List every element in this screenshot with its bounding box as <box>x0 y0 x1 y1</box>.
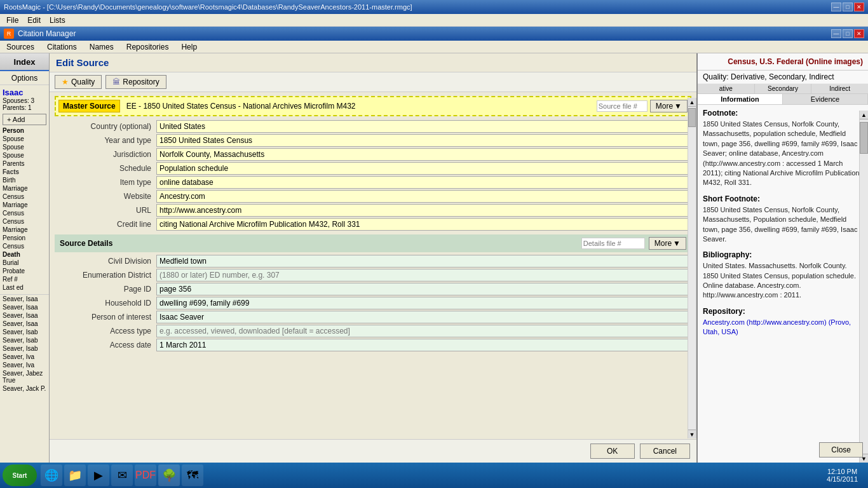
year-type-input[interactable] <box>156 134 691 147</box>
form-scrollbar[interactable]: ▲ ▼ <box>688 98 696 438</box>
jurisdiction-input[interactable] <box>156 148 691 161</box>
access-date-label: Access date <box>55 341 156 349</box>
ok-button[interactable]: OK <box>590 444 635 459</box>
taskbar-folder-icon[interactable]: 📁 <box>64 464 86 486</box>
name-item-7[interactable]: Seaver, Iva <box>0 353 49 361</box>
close-right-panel-btn[interactable]: Close <box>819 442 863 458</box>
maximize-btn[interactable]: □ <box>843 3 853 11</box>
master-more-btn[interactable]: More ▼ <box>650 100 688 112</box>
parents-count: Parents: 1 <box>3 104 46 111</box>
page-id-input[interactable] <box>156 283 691 295</box>
repository-section: Repository: Ancestry.com (http://www.anc… <box>703 307 863 337</box>
tab-secondary[interactable]: Secondary <box>755 84 812 93</box>
person-interest-label: Person of interest <box>55 313 156 322</box>
name-item-5[interactable]: Seaver, Isab <box>0 336 49 344</box>
name-item-6[interactable]: Seaver, Isab <box>0 344 49 353</box>
edit-source-header: Edit Source <box>50 53 696 72</box>
country-input[interactable] <box>156 120 691 133</box>
household-id-input[interactable] <box>156 297 691 309</box>
tab-evidence[interactable]: Evidence <box>783 94 868 104</box>
tab-derivative[interactable]: ative <box>698 84 755 93</box>
website-input[interactable] <box>156 190 691 203</box>
repository-button[interactable]: 🏛 Repository <box>105 75 166 89</box>
section-probate: Probate <box>0 267 49 275</box>
quality-btn-label: Quality <box>71 78 95 86</box>
access-type-input[interactable] <box>156 325 691 337</box>
name-item-9[interactable]: Seaver, Jabez True <box>0 369 49 384</box>
tab-information[interactable]: Information <box>698 94 783 104</box>
citation-manager-titlebar: R Citation Manager — □ ✕ <box>0 27 868 41</box>
options-tab[interactable]: Options <box>0 71 49 85</box>
form-scroll-thumb[interactable] <box>688 108 696 127</box>
right-scrollbar[interactable]: ▲ ▼ <box>859 111 868 463</box>
url-input[interactable] <box>156 204 691 217</box>
cm-minimize[interactable]: — <box>831 29 841 38</box>
cm-close[interactable]: ✕ <box>854 29 864 38</box>
quality-button[interactable]: ★ Quality <box>55 75 102 89</box>
enumeration-input[interactable] <box>156 269 691 281</box>
edit-source-toolbar: ★ Quality 🏛 Repository <box>50 72 696 92</box>
access-type-label: Access type <box>55 327 156 336</box>
item-type-input[interactable] <box>156 176 691 189</box>
taskbar-map-icon[interactable]: 🗺 <box>182 464 203 486</box>
schedule-input[interactable] <box>156 162 691 175</box>
name-item-8[interactable]: Seaver, Iva <box>0 361 49 369</box>
menu-lists[interactable]: Lists <box>46 15 69 25</box>
tab-indirect[interactable]: Indirect <box>811 84 868 93</box>
minimize-btn[interactable]: — <box>831 3 841 11</box>
taskbar-mail-icon[interactable]: ✉ <box>111 464 133 486</box>
civil-division-input[interactable] <box>156 255 691 268</box>
taskbar-tree-icon[interactable]: 🌳 <box>158 464 180 486</box>
household-id-row: Household ID <box>55 297 691 309</box>
enumeration-row: Enumeration District <box>55 269 691 281</box>
page-id-row: Page ID <box>55 283 691 295</box>
clock-time: 12:10 PM <box>827 468 857 475</box>
access-date-input[interactable] <box>156 339 691 351</box>
taskbar-ie-icon[interactable]: 🌐 <box>41 464 62 486</box>
name-item-2[interactable]: Seaver, Isaa <box>0 311 49 320</box>
spouses-count: Spouses: 3 <box>3 97 46 104</box>
menu-file[interactable]: File <box>3 15 22 25</box>
cm-menu-names[interactable]: Names <box>87 42 116 52</box>
source-file-input[interactable] <box>597 100 648 112</box>
access-type-row: Access type <box>55 325 691 337</box>
name-item-3[interactable]: Seaver, Isaa <box>0 320 49 328</box>
cm-icon: R <box>4 29 14 39</box>
section-marriage2: Marriage <box>0 201 49 209</box>
start-button[interactable]: Start <box>3 464 37 486</box>
master-source-input[interactable] <box>125 100 597 112</box>
scroll-up-btn[interactable]: ▲ <box>860 111 868 119</box>
cm-menu-repositories[interactable]: Repositories <box>124 42 172 52</box>
details-file-input[interactable] <box>581 238 645 249</box>
person-interest-input[interactable] <box>156 311 691 323</box>
website-label: Website <box>55 192 156 201</box>
taskbar-media-icon[interactable]: ▶ <box>88 464 109 486</box>
name-item-0[interactable]: Seaver, Isaa <box>0 295 49 303</box>
cm-menu-citations[interactable]: Citations <box>44 42 79 52</box>
section-marriage3: Marriage <box>0 226 49 234</box>
name-item-4[interactable]: Seaver, Isab <box>0 328 49 336</box>
add-button[interactable]: + Add <box>3 114 46 125</box>
credit-input[interactable] <box>156 218 691 231</box>
section-last-edit: Last ed <box>0 283 49 292</box>
name-item-1[interactable]: Seaver, Isaa <box>0 303 49 311</box>
credit-row: Credit line <box>55 218 691 231</box>
citation-manager-title: Citation Manager <box>18 29 831 38</box>
cm-maximize[interactable]: □ <box>843 29 853 38</box>
item-type-row: Item type <box>55 176 691 189</box>
quality-line: Quality: Derivative, Secondary, Indirect <box>698 71 868 84</box>
close-btn[interactable]: ✕ <box>854 3 864 11</box>
index-tab[interactable]: Index <box>0 53 49 71</box>
name-item-10[interactable]: Seaver, Jack P. <box>0 384 49 393</box>
quality-tab-row: ative Secondary Indirect <box>698 84 868 94</box>
details-more-btn[interactable]: More ▼ <box>649 237 686 250</box>
cm-menu-sources[interactable]: Sources <box>4 42 37 52</box>
taskbar-pdf-icon[interactable]: PDF <box>135 464 156 486</box>
form-scroll-up[interactable]: ▲ <box>688 98 696 107</box>
cm-menu-help[interactable]: Help <box>179 42 200 52</box>
form-scroll-down[interactable]: ▼ <box>688 430 696 438</box>
scroll-thumb[interactable] <box>860 122 868 154</box>
country-label: Country (optional) <box>55 122 156 131</box>
menu-edit[interactable]: Edit <box>24 15 44 25</box>
cancel-button[interactable]: Cancel <box>640 444 690 459</box>
